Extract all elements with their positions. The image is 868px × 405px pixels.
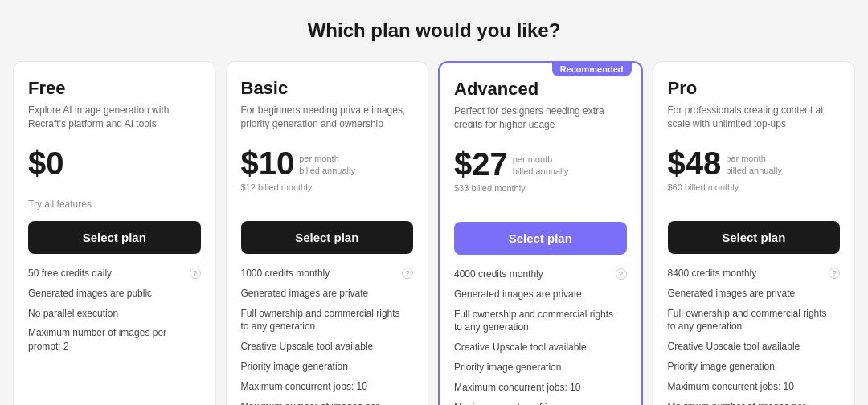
select-plan-basic-button[interactable]: Select plan <box>241 221 414 254</box>
plan-name-advanced: Advanced <box>454 79 627 100</box>
feature-text: Generated images are private <box>454 288 627 301</box>
plan-desc-pro: For professionals creating content at sc… <box>668 104 841 134</box>
feature-item: 1000 credits monthly ? <box>241 267 414 280</box>
plan-desc-free: Explore AI image generation with Recraft… <box>28 104 201 134</box>
feature-text: Generated images are public <box>28 287 201 301</box>
info-icon[interactable]: ? <box>402 268 413 279</box>
try-all-basic <box>241 198 414 211</box>
plan-card-basic: Basic For beginners needing private imag… <box>226 61 429 405</box>
billed-monthly-pro: $60 billed monthly <box>668 182 841 195</box>
feature-text: Generated images are private <box>241 287 414 301</box>
plans-container: Free Explore AI image generation with Re… <box>13 61 855 405</box>
feature-item: 4000 credits monthly ? <box>454 268 627 281</box>
plan-desc-basic: For beginners needing private images, pr… <box>241 104 414 134</box>
feature-text: No parallel execution <box>28 307 201 321</box>
feature-text: Maximum concurrent jobs: 10 <box>454 381 627 395</box>
feature-item: Priority image generation <box>454 361 627 374</box>
feature-item: 50 free credits daily ? <box>28 267 201 280</box>
recommended-badge: Recommended <box>552 62 632 76</box>
info-icon[interactable]: ? <box>190 268 201 279</box>
price-amount-pro: $48 <box>668 147 722 179</box>
feature-item: Creative Upscale tool available <box>668 340 841 354</box>
feature-text: Generated images are private <box>668 287 841 301</box>
features-list-free: 50 free credits daily ? Generated images… <box>28 267 201 354</box>
info-icon[interactable]: ? <box>829 268 840 279</box>
feature-item: Maximum number of images per prompt: 4 <box>668 400 841 405</box>
feature-item: Priority image generation <box>668 360 841 374</box>
feature-item: Maximum concurrent jobs: 10 <box>241 380 414 394</box>
plan-name-pro: Pro <box>668 78 841 99</box>
feature-item: No parallel execution <box>28 307 201 321</box>
feature-text: Maximum concurrent jobs: 10 <box>241 380 414 394</box>
try-all-advanced <box>454 199 627 212</box>
billed-monthly-advanced: $33 billed monthly <box>454 183 627 196</box>
price-period-pro: per month billed annually <box>726 153 782 179</box>
select-plan-advanced-button[interactable]: Select plan <box>454 222 627 255</box>
price-amount-free: $0 <box>28 147 64 179</box>
price-row-pro: $48 per month billed annually <box>668 147 841 179</box>
feature-text: Maximum number of images per prompt: 4 <box>241 400 414 405</box>
price-period-basic: per month billed annually <box>299 153 355 179</box>
try-all-free: Try all features <box>28 198 201 211</box>
feature-text: Full ownership and commercial rights to … <box>241 307 414 334</box>
feature-item: Full ownership and commercial rights to … <box>454 308 627 335</box>
select-plan-pro-button[interactable]: Select plan <box>668 221 841 254</box>
feature-text: Priority image generation <box>668 360 841 374</box>
feature-item: Maximum concurrent jobs: 10 <box>454 381 627 395</box>
feature-item: Maximum number of images per prompt: 4 <box>241 400 414 405</box>
feature-text: Full ownership and commercial rights to … <box>668 307 841 334</box>
plan-card-advanced: Recommended Advanced Perfect for designe… <box>438 61 643 405</box>
feature-item: Maximum concurrent jobs: 10 <box>668 380 841 394</box>
feature-item: Creative Upscale tool available <box>241 340 414 354</box>
price-row-free: $0 <box>28 147 201 179</box>
feature-item: Generated images are private <box>668 287 841 301</box>
price-amount-advanced: $27 <box>454 148 508 180</box>
billed-monthly-basic: $12 billed monthly <box>241 182 414 195</box>
feature-item: Generated images are private <box>241 287 414 301</box>
feature-text: Maximum concurrent jobs: 10 <box>668 380 841 394</box>
feature-item: Full ownership and commercial rights to … <box>668 307 841 334</box>
price-row-basic: $10 per month billed annually <box>241 147 414 179</box>
try-all-pro <box>668 198 841 211</box>
price-row-advanced: $27 per month billed annually <box>454 148 627 180</box>
feature-text: Full ownership and commercial rights to … <box>454 308 627 335</box>
feature-item: 8400 credits monthly ? <box>668 267 841 280</box>
feature-text: Maximum number of images per prompt: 4 <box>454 401 627 405</box>
page-title: Which plan would you like? <box>308 19 561 42</box>
feature-item: Generated images are public <box>28 287 201 301</box>
feature-item: Full ownership and commercial rights to … <box>241 307 414 334</box>
feature-text: 4000 credits monthly <box>454 268 616 281</box>
feature-item: Maximum number of images per prompt: 4 <box>454 401 627 405</box>
feature-text: Maximum number of images per prompt: 4 <box>668 400 841 405</box>
feature-text: Priority image generation <box>241 360 414 374</box>
features-list-pro: 8400 credits monthly ? Generated images … <box>668 267 841 405</box>
feature-text: Creative Upscale tool available <box>454 341 627 354</box>
price-amount-basic: $10 <box>241 147 295 179</box>
feature-text: Maximum number of images per prompt: 2 <box>28 326 201 354</box>
plan-name-free: Free <box>28 78 201 99</box>
feature-text: Creative Upscale tool available <box>241 340 414 354</box>
feature-text: 50 free credits daily <box>28 267 190 280</box>
feature-item: Generated images are private <box>454 288 627 301</box>
feature-item: Creative Upscale tool available <box>454 341 627 354</box>
feature-item: Priority image generation <box>241 360 414 374</box>
feature-text: 8400 credits monthly <box>668 267 829 280</box>
plan-card-pro: Pro For professionals creating content a… <box>653 61 856 405</box>
price-period-advanced: per month billed annually <box>513 153 569 180</box>
plan-name-basic: Basic <box>241 78 414 99</box>
feature-text: Priority image generation <box>454 361 627 374</box>
features-list-advanced: 4000 credits monthly ? Generated images … <box>454 268 627 405</box>
feature-text: Creative Upscale tool available <box>668 340 841 354</box>
info-icon[interactable]: ? <box>616 268 627 280</box>
plan-desc-advanced: Perfect for designers needing extra cred… <box>454 104 627 135</box>
billed-monthly-free <box>28 182 201 195</box>
plan-card-free: Free Explore AI image generation with Re… <box>13 61 216 405</box>
select-plan-free-button[interactable]: Select plan <box>28 221 201 254</box>
feature-item: Maximum number of images per prompt: 2 <box>28 326 201 354</box>
feature-text: 1000 credits monthly <box>241 267 403 280</box>
features-list-basic: 1000 credits monthly ? Generated images … <box>241 267 414 405</box>
